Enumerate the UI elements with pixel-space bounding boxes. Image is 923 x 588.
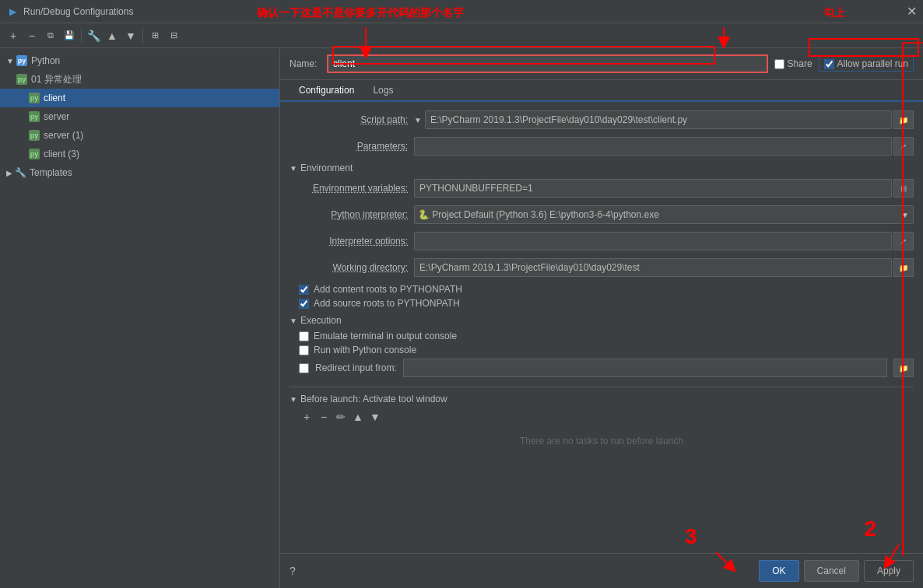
parameters-expand-button[interactable]: ⤢ [893, 137, 914, 156]
apply-button[interactable]: Apply [864, 560, 914, 582]
bottom-bar: ? OK Cancel Apply [280, 553, 923, 588]
env-vars-label: Environment variables: [290, 183, 414, 194]
script-path-label: Script path: [290, 114, 414, 125]
expand-python-icon: ▼ [6, 57, 14, 65]
share-label: Share [788, 58, 812, 69]
left-panel: ▼ py Python py 01 异常处理 py client [0, 48, 280, 588]
client-icon: py [28, 92, 40, 104]
server1-label: server (1) [44, 130, 83, 141]
before-launch-down-button[interactable]: ▼ [367, 409, 383, 425]
env-vars-edit-button[interactable]: ⊟ [893, 179, 914, 198]
emulate-terminal-checkbox[interactable] [299, 331, 309, 341]
move-down-button[interactable]: ▼ [122, 27, 139, 44]
title-bar-text: Run/Debug Configurations [23, 6, 133, 17]
server1-icon: py [28, 129, 40, 142]
add-content-roots-row: Add content roots to PYTHONPATH [290, 284, 914, 295]
execution-collapse-icon[interactable]: ▼ [290, 317, 297, 325]
move-up-button[interactable]: ▲ [104, 27, 121, 44]
allow-parallel-wrap: Allow parallel run [819, 56, 914, 72]
run-with-python-label: Run with Python console [314, 345, 416, 355]
interpreter-row: Python interpreter: 🐍 Project Default (P… [290, 205, 914, 225]
script-path-input[interactable] [425, 110, 892, 129]
before-launch-label: Before launch: Activate tool window [300, 394, 447, 404]
exception-icon: py [16, 73, 28, 86]
dialog: + − ⧉ 💾 🔧 ▲ ▼ ⊞ ⊟ ▼ py Python py [0, 23, 923, 588]
remove-button[interactable]: − [23, 27, 40, 44]
python-group-label: Python [31, 55, 60, 66]
name-input[interactable] [327, 54, 768, 73]
right-panel: Name: Share Allow parallel run Configura… [280, 48, 923, 588]
expand-templates-icon: ▶ [6, 169, 12, 177]
tree-group-python[interactable]: ▼ py Python [0, 51, 279, 70]
tree-item-client[interactable]: py client [0, 89, 279, 107]
interpreter-options-label: Interpreter options: [290, 236, 414, 247]
environment-label: Environment [300, 163, 353, 173]
working-dir-input[interactable] [414, 258, 892, 277]
help-icon[interactable]: ? [290, 565, 296, 577]
emulate-terminal-row: Emulate terminal in output console [290, 331, 914, 341]
execution-label: Execution [300, 315, 342, 326]
tree-group-templates[interactable]: ▶ 🔧 Templates [0, 163, 279, 182]
interpreter-options-input[interactable] [414, 232, 892, 250]
server-label: server [44, 111, 69, 122]
separator [81, 29, 82, 43]
before-launch-header: ▼ Before launch: Activate tool window [290, 394, 914, 404]
close-button[interactable]: ✕ [907, 5, 917, 18]
tree-item-exception[interactable]: py 01 异常处理 [0, 70, 279, 89]
working-dir-browse-button[interactable]: 📁 [893, 258, 914, 277]
add-source-roots-label: Add source roots to PYTHONPATH [314, 298, 460, 309]
group-button[interactable]: ⊟ [165, 27, 182, 44]
env-vars-input[interactable] [414, 179, 892, 198]
client3-label: client (3) [44, 149, 79, 159]
add-button[interactable]: + [5, 27, 22, 44]
environment-collapse-icon[interactable]: ▼ [290, 164, 297, 173]
python-group-icon: py [16, 54, 28, 67]
name-row: Name: Share Allow parallel run [280, 48, 923, 80]
copy-button[interactable]: ⧉ [42, 27, 59, 44]
redirect-browse-button[interactable]: 📁 [893, 359, 914, 377]
tab-configuration[interactable]: Configuration [290, 80, 363, 102]
before-launch-empty-message: There are no tasks to run before launch [290, 429, 914, 453]
redirect-input-row: Redirect input from: 📁 [290, 359, 914, 377]
add-content-roots-checkbox[interactable] [299, 285, 309, 295]
ok-button[interactable]: OK [759, 560, 798, 582]
interpreter-label: Python interpreter: [290, 209, 414, 220]
form-area: Script path: ▼ 📁 Parameters: ⤢ [280, 102, 923, 553]
settings-button[interactable]: 🔧 [85, 27, 102, 44]
tree-item-server[interactable]: py server [0, 107, 279, 126]
interpreter-select[interactable]: 🐍 Project Default (Python 3.6) E:\python… [414, 205, 914, 224]
save-button[interactable]: 💾 [61, 27, 78, 44]
before-launch-collapse-icon[interactable]: ▼ [290, 395, 297, 404]
share-checkbox[interactable] [774, 59, 784, 69]
env-vars-row: Environment variables: ⊟ [290, 178, 914, 198]
redirect-input-field[interactable] [403, 359, 887, 377]
allow-parallel-label: Allow parallel run [837, 58, 908, 69]
before-launch-edit-button[interactable]: ✏ [333, 409, 349, 425]
interpreter-select-wrap: 🐍 Project Default (Python 3.6) E:\python… [414, 205, 914, 224]
tree-item-server1[interactable]: py server (1) [0, 126, 279, 145]
server-icon: py [28, 110, 40, 123]
toolbar: + − ⧉ 💾 🔧 ▲ ▼ ⊞ ⊟ [0, 23, 923, 48]
script-path-browse-button[interactable]: 📁 [893, 110, 914, 129]
parameters-input[interactable] [414, 137, 892, 156]
environment-section-header: ▼ Environment [290, 163, 914, 173]
interpreter-options-expand-button[interactable]: ⤢ [893, 232, 914, 250]
cancel-button[interactable]: Cancel [804, 560, 859, 582]
allow-parallel-checkbox[interactable] [824, 59, 834, 69]
sort-button[interactable]: ⊞ [146, 27, 163, 44]
tabs: Configuration Logs [280, 80, 923, 102]
before-launch-section: ▼ Before launch: Activate tool window + … [290, 387, 914, 453]
script-path-dropdown-icon[interactable]: ▼ [414, 116, 422, 124]
redirect-input-checkbox[interactable] [299, 363, 309, 373]
tab-logs[interactable]: Logs [363, 80, 402, 102]
add-source-roots-checkbox[interactable] [299, 299, 309, 309]
tree-item-client3[interactable]: py client (3) [0, 145, 279, 163]
separator2 [142, 29, 143, 43]
before-launch-add-button[interactable]: + [299, 409, 314, 425]
before-launch-remove-button[interactable]: − [316, 409, 332, 425]
app-icon: ▶ [6, 5, 19, 18]
run-with-python-checkbox[interactable] [299, 345, 309, 355]
client-label: client [44, 93, 65, 103]
before-launch-up-button[interactable]: ▲ [350, 409, 366, 425]
client3-icon: py [28, 148, 40, 160]
